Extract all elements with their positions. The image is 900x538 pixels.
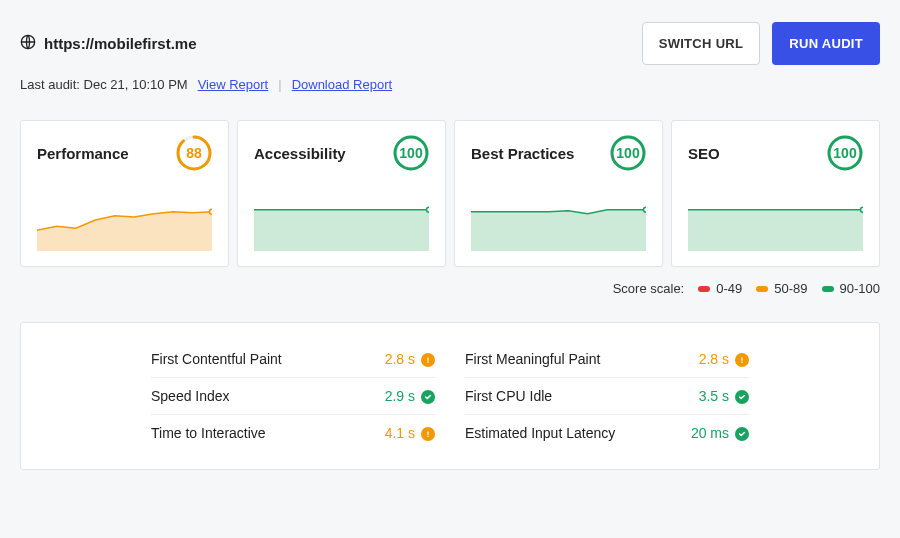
- metrics-panel: First Contentful Paint 2.8 s First Meani…: [20, 322, 880, 470]
- pill-icon: [698, 286, 710, 292]
- metric-name: Estimated Input Latency: [465, 425, 615, 441]
- metric-row: First Contentful Paint 2.8 s: [151, 341, 435, 378]
- score-card-best-practices[interactable]: Best Practices 100: [454, 120, 663, 267]
- metric-value: 4.1 s: [385, 425, 415, 441]
- info-icon: [421, 351, 435, 367]
- metric-row: Speed Index 2.9 s: [151, 378, 435, 415]
- metric-value: 2.9 s: [385, 388, 415, 404]
- card-title: Performance: [37, 145, 129, 162]
- score-card-seo[interactable]: SEO 100: [671, 120, 880, 267]
- sparkline: [688, 189, 863, 254]
- metric-value: 20 ms: [691, 425, 729, 441]
- scale-item-90-100: 90-100: [822, 281, 880, 296]
- separator: |: [278, 77, 281, 92]
- scale-item-0-49: 0-49: [698, 281, 742, 296]
- run-audit-button[interactable]: RUN AUDIT: [772, 22, 880, 65]
- pill-icon: [756, 286, 768, 292]
- info-icon: [735, 351, 749, 367]
- svg-point-12: [861, 207, 863, 212]
- metric-name: Time to Interactive: [151, 425, 266, 441]
- card-title: Accessibility: [254, 145, 346, 162]
- card-title: SEO: [688, 145, 720, 162]
- metric-name: First CPU Idle: [465, 388, 552, 404]
- metric-value: 2.8 s: [385, 351, 415, 367]
- svg-point-9: [644, 207, 646, 212]
- switch-url-button[interactable]: SWITCH URL: [642, 22, 761, 65]
- metric-name: Speed Index: [151, 388, 230, 404]
- score-card-accessibility[interactable]: Accessibility 100: [237, 120, 446, 267]
- svg-rect-13: [427, 358, 428, 361]
- audit-url: https://mobilefirst.me: [44, 35, 197, 52]
- info-icon: [421, 425, 435, 441]
- metric-row: Estimated Input Latency 20 ms: [465, 415, 749, 451]
- score-scale-label: Score scale:: [613, 281, 685, 296]
- metric-row: Time to Interactive 4.1 s: [151, 415, 435, 451]
- globe-icon: [20, 34, 36, 53]
- metric-value: 3.5 s: [699, 388, 729, 404]
- svg-rect-17: [427, 432, 428, 435]
- metric-name: First Meaningful Paint: [465, 351, 600, 367]
- score-ring: 100: [610, 135, 646, 171]
- scale-item-50-89: 50-89: [756, 281, 807, 296]
- card-title: Best Practices: [471, 145, 574, 162]
- metric-name: First Contentful Paint: [151, 351, 282, 367]
- check-icon: [735, 425, 749, 441]
- score-card-performance[interactable]: Performance 88: [20, 120, 229, 267]
- check-icon: [735, 388, 749, 404]
- metric-row: First Meaningful Paint 2.8 s: [465, 341, 749, 378]
- sparkline: [471, 189, 646, 254]
- score-ring: 100: [393, 135, 429, 171]
- metric-row: First CPU Idle 3.5 s: [465, 378, 749, 415]
- svg-rect-18: [427, 436, 428, 437]
- svg-rect-16: [741, 362, 742, 363]
- view-report-link[interactable]: View Report: [198, 77, 269, 92]
- download-report-link[interactable]: Download Report: [292, 77, 392, 92]
- svg-point-6: [427, 207, 429, 212]
- pill-icon: [822, 286, 834, 292]
- svg-rect-14: [427, 362, 428, 363]
- check-icon: [421, 388, 435, 404]
- metric-value: 2.8 s: [699, 351, 729, 367]
- svg-rect-15: [741, 358, 742, 361]
- svg-point-3: [210, 209, 212, 214]
- sparkline: [37, 189, 212, 254]
- sparkline: [254, 189, 429, 254]
- score-ring: 100: [827, 135, 863, 171]
- score-ring: 88: [176, 135, 212, 171]
- last-audit-label: Last audit: Dec 21, 10:10 PM: [20, 77, 188, 92]
